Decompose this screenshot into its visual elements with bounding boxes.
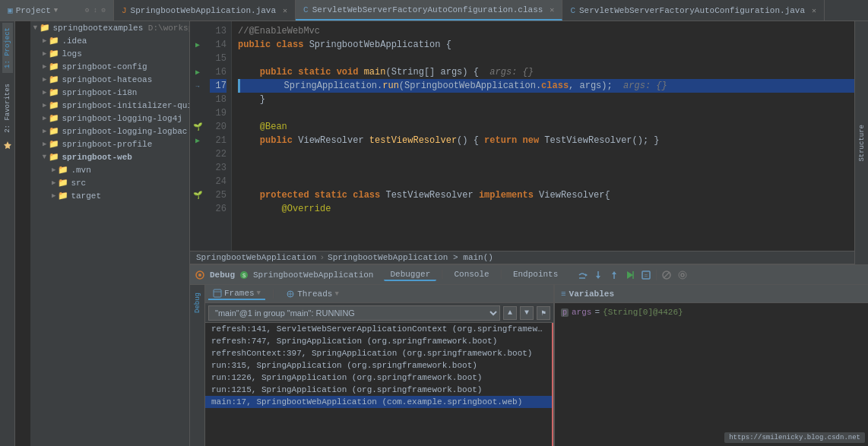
tree-item-initializer[interactable]: ▶ 📁 springboot-initializer-quick <box>30 99 189 112</box>
tree-item-target[interactable]: ▶ 📁 target <box>30 189 189 202</box>
springboot-debug-icon: S <box>239 270 249 280</box>
frames-tab-arrow: ▼ <box>257 289 261 297</box>
tab-servlet-class[interactable]: C ServletWebServerFactoryAutoConfigurati… <box>296 0 562 21</box>
expand-arrow-logback: ▶ <box>43 127 46 135</box>
debug-tab-endpoints[interactable]: Endpoints <box>507 269 564 281</box>
gutter-18 <box>190 93 205 106</box>
tree-item-mvn[interactable]: ▶ 📁 .mvn <box>30 163 189 176</box>
tree-item-logging-logback[interactable]: ▶ 📁 springboot-logging-logbac <box>30 125 189 138</box>
tree-item-root[interactable]: ▶ 📁 springbootexamples D:\worksp <box>30 21 189 34</box>
kw-public-21: public <box>260 134 298 147</box>
var-item-args[interactable]: p args = {String[0]@4426} <box>558 306 865 318</box>
code-line-22 <box>238 147 862 161</box>
btn-step-into[interactable] <box>591 268 606 282</box>
variables-icon: ≡ <box>561 289 566 299</box>
space-21 <box>364 134 369 147</box>
vtab-project[interactable]: 1: Project <box>2 23 13 73</box>
frame-item-1[interactable]: refresh:747, SpringApplication (org.spri… <box>205 335 552 347</box>
frame-item-5[interactable]: run:1215, SpringApplication (org.springf… <box>205 384 552 396</box>
frame-item-6[interactable]: main:17, SpringbootWebApplication (com.e… <box>205 396 552 408</box>
gutter-20: 🌱 <box>190 120 205 134</box>
kw-return-21: return <box>484 134 517 147</box>
code-line-25: protected static class TestViewResolver … <box>238 188 862 202</box>
tab-close-2[interactable]: ✕ <box>550 5 554 14</box>
code-line-14: public class SpringbootWebApplication { <box>238 38 862 52</box>
hint-args-16: args: {} <box>489 65 534 79</box>
tree-item-web[interactable]: ▶ 📁 springboot-web <box>30 150 189 163</box>
thread-selector-bar: "main"@1 in group "main": RUNNING ▲ ▼ ⚑ <box>205 303 553 323</box>
tree-label-config: springboot-config <box>62 62 147 71</box>
ln-14: 14 <box>210 38 227 52</box>
threads-icon <box>286 289 295 299</box>
debug-left-vtabs: Debug <box>190 285 205 446</box>
thread-down-btn[interactable]: ▼ <box>520 306 534 320</box>
viewresolver-25: ViewResolver{ <box>534 188 610 202</box>
indent-17 <box>240 79 284 93</box>
indent-20 <box>238 120 260 134</box>
tree-item-config[interactable]: ▶ 📁 springboot-config <box>30 60 189 73</box>
debug-body: Debug Frames ▼ | <box>190 285 868 446</box>
tree-item-i18n[interactable]: ▶ 📁 springboot-i18n <box>30 86 189 99</box>
btn-evaluate[interactable]: = <box>638 268 654 282</box>
toolbar-sep <box>656 270 657 280</box>
btn-mute-breakpoints[interactable] <box>659 268 674 282</box>
tab-close-1[interactable]: ✕ <box>283 6 287 15</box>
run-gutter-icon-16[interactable]: ▶ <box>195 68 200 77</box>
gutter-23 <box>190 161 205 175</box>
frames-threads-header: Frames ▼ | Threads ▼ <box>205 285 553 303</box>
btn-step-over[interactable] <box>575 268 590 282</box>
code-line-17: SpringApplication.run(SpringbootWebAppli… <box>238 79 862 93</box>
debug-tab-console[interactable]: Console <box>448 269 495 281</box>
svg-line-16 <box>664 272 670 278</box>
thread-filter-btn[interactable]: ⚑ <box>537 306 550 320</box>
method-run-17: run <box>382 79 399 93</box>
code-container: ▶ ▶ → 🌱 <box>190 21 868 251</box>
svg-point-17 <box>681 274 684 277</box>
expand-arrow-config: ▶ <box>43 62 46 71</box>
expand-arrow-hateoas: ▶ <box>43 75 46 84</box>
var-value-args: {String[0]@4426} <box>603 308 683 317</box>
frame-item-2[interactable]: refreshContext:397, SpringApplication (o… <box>205 347 552 359</box>
tab-springboot-web-app[interactable]: J SpringbootWebApplication.java ✕ <box>114 0 296 21</box>
tree-item-profile[interactable]: ▶ 📁 springboot-profile <box>30 138 189 150</box>
thread-up-btn[interactable]: ▲ <box>503 306 517 320</box>
debug-vtab-active[interactable]: Debug <box>192 288 203 318</box>
ann-override-26: @Override <box>282 202 331 216</box>
frame-item-3[interactable]: run:315, SpringApplication (org.springfr… <box>205 359 552 372</box>
args-17: , args); <box>569 79 623 93</box>
tab-threads[interactable]: Threads ▼ <box>281 289 344 299</box>
frame-item-0[interactable]: refresh:141, ServletWebServerApplication… <box>205 323 552 335</box>
expand-arrow-log4j: ▶ <box>43 114 46 122</box>
ln-21: 21 <box>210 134 227 147</box>
tab-servlet-java[interactable]: C ServletWebServerFactoryAutoConfigurati… <box>562 0 825 21</box>
tree-label-src: src <box>71 179 86 188</box>
thread-dropdown[interactable]: "main"@1 in group "main": RUNNING <box>208 305 500 321</box>
code-content[interactable]: //@EnableWebMvc public class SpringbootW… <box>232 21 868 251</box>
tab-frames[interactable]: Frames ▼ <box>208 288 265 300</box>
frame-label-0: refresh:141, ServletWebServerApplication… <box>211 324 552 334</box>
project-dropdown[interactable]: ▣ Project ▼ ⚙ ↕ ⚙ <box>0 0 114 21</box>
tab-close-3[interactable]: ✕ <box>812 6 816 15</box>
debug-tab-debugger[interactable]: Debugger <box>384 269 436 281</box>
tree-label-idea: .idea <box>62 36 87 46</box>
svg-point-2 <box>198 274 201 277</box>
btn-run-cursor[interactable] <box>622 268 638 282</box>
btn-step-out[interactable] <box>607 268 622 282</box>
btn-settings[interactable] <box>675 268 690 282</box>
tree-item-src[interactable]: ▶ 📁 src <box>30 176 189 189</box>
ln-13: 13 <box>210 24 227 38</box>
run-gutter-icon-21[interactable]: ▶ <box>195 136 200 145</box>
frame-label-6: main:17, SpringbootWebApplication (com.e… <box>211 397 522 406</box>
indent-18: } <box>238 93 265 106</box>
tree-item-logs[interactable]: ▶ 📁 logs <box>30 47 189 60</box>
bean-gutter-icon-25[interactable]: 🌱 <box>193 191 202 200</box>
frame-item-4[interactable]: run:1226, SpringApplication (org.springf… <box>205 372 552 384</box>
tree-item-idea[interactable]: ▶ 📁 .idea <box>30 34 189 47</box>
vtab-favorites[interactable]: 2: Favorites <box>2 79 13 138</box>
breadcrumb: SpringbootWebApplication › SpringbootWeb… <box>190 251 868 264</box>
tree-item-hateoas[interactable]: ▶ 📁 springboot-hateoas <box>30 73 189 86</box>
indent-21 <box>238 134 260 147</box>
tree-item-logging-log4j[interactable]: ▶ 📁 springboot-logging-log4j <box>30 112 189 125</box>
run-gutter-icon-14[interactable]: ▶ <box>195 40 200 49</box>
bean-gutter-icon-20[interactable]: 🌱 <box>193 122 202 131</box>
